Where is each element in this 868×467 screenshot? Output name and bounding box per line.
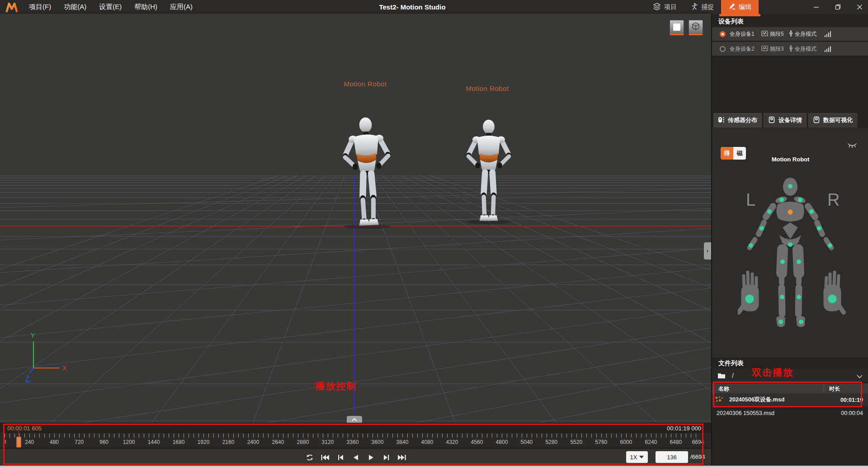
- panel-tabs: 传感器分布 设备详情 数据可视化: [713, 113, 857, 127]
- play-backward-button[interactable]: [351, 454, 360, 461]
- robot-figure-1[interactable]: [341, 117, 393, 226]
- loop-button[interactable]: [305, 454, 314, 461]
- ruler-tick: [512, 434, 512, 438]
- ruler-tick: [84, 434, 85, 438]
- caret-down-icon: [639, 456, 644, 458]
- frame-input[interactable]: [657, 453, 686, 461]
- playback-speed-dropdown[interactable]: 1X: [626, 451, 648, 463]
- play-button[interactable]: [367, 454, 376, 461]
- end-time-label: 00:01:19 000: [667, 425, 701, 432]
- menu-project[interactable]: 项目(F): [29, 3, 51, 11]
- playhead-handle[interactable]: [16, 437, 21, 448]
- ruler-tick: [149, 434, 149, 438]
- close-button[interactable]: [855, 3, 863, 11]
- ruler-label: 1680: [173, 439, 185, 445]
- next-frame-button[interactable]: [382, 454, 391, 461]
- panel-collapse-handle[interactable]: ›: [704, 242, 711, 259]
- ruler-tick: [656, 434, 656, 438]
- tab-data-visualization[interactable]: 数据可视化: [808, 113, 857, 127]
- ruler-tick: [228, 434, 229, 438]
- ruler-tick: [576, 434, 577, 438]
- chevron-down-icon[interactable]: [857, 372, 863, 380]
- device-2-radio[interactable]: [720, 46, 726, 52]
- ruler-tick: [422, 434, 423, 438]
- device-pod-icon: [768, 116, 775, 125]
- ruler-tick: [184, 434, 184, 438]
- ruler-tick: [94, 434, 94, 438]
- tab-edit[interactable]: 编辑: [721, 0, 759, 14]
- ruler-tick: [74, 434, 75, 438]
- tab-device-details[interactable]: 设备详情: [764, 113, 807, 127]
- ruler-tick: [89, 434, 90, 438]
- current-path: /: [732, 372, 734, 379]
- viewport-3d-scene[interactable]: [0, 14, 711, 423]
- ruler-tick: [338, 434, 338, 438]
- tab-capture[interactable]: 捕捉: [684, 0, 721, 14]
- minimize-button[interactable]: [812, 3, 820, 11]
- viewport-gizmo-button[interactable]: [689, 20, 703, 35]
- menu-function[interactable]: 功能(A): [64, 3, 86, 11]
- ruler-tick: [49, 434, 50, 438]
- ruler-tick: [263, 434, 264, 438]
- ruler-tick: [69, 434, 70, 438]
- ruler-tick: [666, 434, 666, 438]
- tab-sensor-distribution[interactable]: 传感器分布: [713, 113, 762, 127]
- ruler-tick: [268, 434, 269, 438]
- timeline-collapse-handle[interactable]: [347, 416, 362, 423]
- ruler-tick: [213, 434, 214, 438]
- ruler-tick: [358, 434, 358, 438]
- ruler-tick: [363, 434, 363, 438]
- ruler-tick: [169, 434, 169, 438]
- viewport-shading-button[interactable]: [670, 20, 684, 35]
- body-sensor-figure[interactable]: L R: [738, 172, 868, 353]
- ruler-label: 2160: [222, 439, 235, 445]
- ruler-tick: [313, 434, 313, 438]
- right-palm: [824, 272, 844, 312]
- column-name: 名称: [718, 385, 729, 393]
- pencil-icon: [728, 3, 736, 11]
- device-row-1[interactable]: 全身设备1 频段5 全身模式: [712, 27, 868, 41]
- ruler-tick: [104, 434, 104, 438]
- ruler-tick: [373, 434, 373, 438]
- viewport-3d[interactable]: Motion Robot Motion Robot Y X Z 播放控制: [0, 14, 711, 423]
- previous-frame-button[interactable]: [336, 454, 345, 461]
- ruler-label: 3120: [322, 439, 334, 445]
- ruler-tick: [34, 434, 35, 438]
- eye-closed-icon[interactable]: [847, 142, 857, 151]
- app-logo-icon: [5, 2, 18, 12]
- skip-to-end-button[interactable]: [397, 454, 406, 461]
- left-side-label: L: [746, 190, 755, 209]
- device-1-radio[interactable]: [720, 31, 726, 37]
- ruler-tick: [387, 434, 388, 438]
- menu-apps[interactable]: 应用(A): [170, 3, 193, 11]
- chest-sensor-dot-selected[interactable]: [788, 210, 793, 215]
- robot-figure-2[interactable]: [466, 120, 511, 221]
- ruler-tick: [203, 434, 204, 438]
- ruler-tick: [174, 434, 174, 438]
- tab-project[interactable]: 项目: [646, 0, 684, 14]
- file-row-1[interactable]: 20240506双设备.msd 00:01:19: [712, 393, 868, 406]
- device-row-2[interactable]: 全身设备2 频段3 全身模式: [712, 42, 868, 56]
- ruler-tick: [243, 434, 244, 438]
- ruler-tick: [586, 434, 587, 438]
- menu-help[interactable]: 帮助(H): [134, 3, 157, 11]
- ruler-tick: [611, 434, 612, 438]
- ruler-tick: [492, 434, 492, 438]
- ruler-label: 6240: [645, 439, 657, 445]
- ruler-tick: [417, 434, 418, 438]
- maximize-button[interactable]: [834, 3, 842, 11]
- ruler-label: 6694: [692, 439, 704, 445]
- ruler-tick: [606, 434, 607, 438]
- ruler-label: 960: [99, 439, 108, 445]
- cube-icon: [691, 22, 700, 33]
- ruler-tick: [323, 434, 323, 438]
- ruler-tick: [238, 434, 239, 438]
- ruler-tick: [532, 434, 532, 438]
- timeline-ruler[interactable]: 0240480720960120014401680192021602400264…: [0, 433, 711, 448]
- menu-settings[interactable]: 设置(E): [99, 3, 122, 11]
- ruler-tick: [626, 434, 627, 438]
- ruler-tick: [522, 434, 522, 438]
- ruler-tick: [457, 434, 458, 438]
- file-row-2[interactable]: 20240306 150553.msd 00:00:04: [712, 406, 868, 420]
- skip-to-start-button[interactable]: [321, 454, 330, 461]
